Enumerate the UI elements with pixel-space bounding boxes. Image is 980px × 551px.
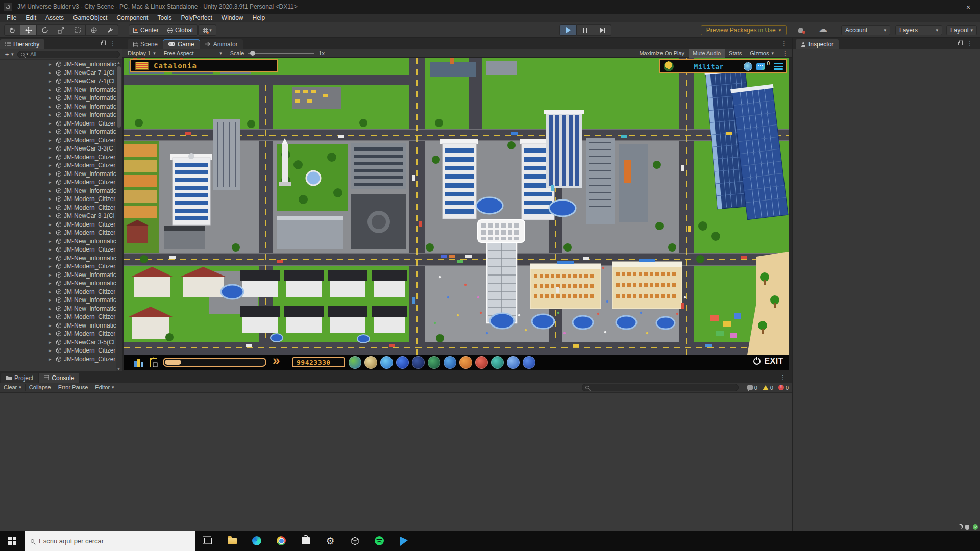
account-dropdown[interactable]: Account▾ <box>841 25 890 35</box>
console-error-pause-toggle[interactable]: Error Pause <box>55 383 92 392</box>
hierarchy-item[interactable]: ▸ JM-Modern_Citizer <box>0 313 116 321</box>
hierarchy-item[interactable]: ▸ JM-Modern_Citizer <box>0 136 116 145</box>
tab-game[interactable]: Game <box>163 39 200 49</box>
inspector-lock-icon[interactable] <box>958 42 963 45</box>
hierarchy-item[interactable]: ▸ JM-Modern_Citizer <box>0 355 116 364</box>
expand-chevron-icon[interactable]: ▸ <box>49 95 56 101</box>
layers-dropdown[interactable]: Layers▾ <box>895 25 942 35</box>
close-button[interactable]: × <box>957 0 980 14</box>
expand-chevron-icon[interactable]: ▸ <box>49 264 56 269</box>
mute-audio-toggle[interactable]: Mute Audio <box>689 49 725 58</box>
expand-chevron-icon[interactable]: ▸ <box>49 222 56 227</box>
hierarchy-item[interactable]: ▸ JM-NewCar 3-3(C <box>0 144 116 153</box>
file-explorer-button[interactable] <box>220 531 244 551</box>
console-error-filter[interactable]: 0 <box>778 385 789 391</box>
hierarchy-item[interactable]: ▸ JM-Modern_Citizer <box>0 204 116 212</box>
expand-chevron-icon[interactable]: ▸ <box>49 272 56 278</box>
tab-console[interactable]: Console <box>39 373 79 383</box>
expand-chevron-icon[interactable]: ▸ <box>49 112 56 117</box>
hierarchy-item[interactable]: ▸ JM-NewCar 3-1(Cl <box>0 212 116 220</box>
expand-chevron-icon[interactable]: ▸ <box>49 323 56 328</box>
expand-chevron-icon[interactable]: ▸ <box>49 188 56 193</box>
lock-icon[interactable] <box>101 42 106 45</box>
focus-assist-icon[interactable] <box>958 525 962 529</box>
aspect-dropdown[interactable]: Free Aspect▾ <box>160 49 226 58</box>
hierarchy-item[interactable]: ▸ JM-New_informatic <box>0 60 116 69</box>
hud-globe-icon[interactable] <box>491 356 504 369</box>
cloud-icon[interactable]: ☁ <box>813 23 833 36</box>
expand-chevron-icon[interactable]: ▸ <box>49 256 56 261</box>
tab-inspector[interactable]: Inspector <box>796 39 839 49</box>
messages-icon[interactable] <box>756 63 765 70</box>
play-button[interactable] <box>559 24 577 36</box>
console-clear-button[interactable]: Clear▾ <box>0 383 25 392</box>
hierarchy-item[interactable]: ▸ JM-New_informatic <box>0 170 116 179</box>
expand-chevron-icon[interactable]: ▸ <box>49 340 56 345</box>
expand-chevron-icon[interactable]: ▸ <box>49 121 56 126</box>
hierarchy-item[interactable]: ▸ JM-Modern_Citizer <box>0 288 116 296</box>
hierarchy-search-input[interactable]: ▾ All <box>17 51 120 58</box>
menu-item[interactable]: Edit <box>21 14 41 22</box>
expand-chevron-icon[interactable]: ▸ <box>49 79 56 84</box>
hud-globe-icon[interactable] <box>475 356 488 369</box>
hierarchy-item[interactable]: ▸ JM-Modern_Citizer <box>0 229 116 237</box>
rotate-tool-button[interactable] <box>37 24 53 36</box>
console-search-input[interactable] <box>582 384 739 391</box>
task-view-button[interactable] <box>195 531 220 551</box>
expand-chevron-icon[interactable]: ▸ <box>49 357 56 362</box>
hud-globe-icon[interactable] <box>428 356 440 369</box>
crane-icon[interactable] <box>148 357 159 368</box>
hud-globe-icon[interactable] <box>444 356 456 369</box>
expand-chevron-icon[interactable]: ▸ <box>49 331 56 336</box>
expand-chevron-icon[interactable]: ▸ <box>49 129 56 134</box>
stats-toggle[interactable]: Stats <box>725 49 746 58</box>
menu-item[interactable]: Assets <box>41 14 68 22</box>
scale-slider-knob[interactable] <box>250 51 255 56</box>
hud-globe-icon[interactable] <box>380 356 393 369</box>
hierarchy-item[interactable]: ▸ JM-NewCar 3-5(Cl <box>0 338 116 347</box>
tab-scene[interactable]: Scene <box>128 39 163 49</box>
expand-chevron-icon[interactable]: ▸ <box>49 70 56 76</box>
hierarchy-menu-icon[interactable]: ⋮ <box>110 40 116 47</box>
hierarchy-item[interactable]: ▸ JM-New_informatic <box>0 237 116 246</box>
faction-banner[interactable]: Militar 0 <box>659 59 787 73</box>
hierarchy-item[interactable]: ▸ JM-New_informatic <box>0 111 116 119</box>
expand-chevron-icon[interactable]: ▸ <box>49 213 56 218</box>
expand-chevron-icon[interactable]: ▸ <box>49 230 56 235</box>
hierarchy-item[interactable]: ▸ JM-NewCar 7-1(Cl <box>0 69 116 78</box>
expand-chevron-icon[interactable]: ▸ <box>49 297 56 303</box>
create-object-button[interactable]: ＋▾ <box>2 49 15 59</box>
pause-button[interactable] <box>577 24 594 36</box>
expand-chevron-icon[interactable]: ▸ <box>49 180 56 185</box>
hierarchy-item[interactable]: ▸ JM-Modern_Citizer <box>0 178 116 187</box>
hierarchy-item[interactable]: ▸ JM-New_informatic <box>0 94 116 103</box>
gizmos-dropdown[interactable]: Gizmos▾ <box>746 49 778 58</box>
console-editor-dropdown[interactable]: Editor▾ <box>91 383 117 392</box>
game-toolbar-menu-icon[interactable]: ⋮ <box>782 49 788 57</box>
vscode-button[interactable] <box>391 531 416 551</box>
rect-tool-button[interactable] <box>69 24 86 36</box>
expand-chevron-icon[interactable]: ▸ <box>49 205 56 210</box>
hierarchy-item[interactable]: ▸ JM-New_informatic <box>0 103 116 111</box>
hierarchy-item[interactable]: ▸ JM-New_informatic <box>0 296 116 305</box>
hud-globe-icon[interactable] <box>459 356 472 369</box>
tab-project[interactable]: Project <box>1 373 38 383</box>
hierarchy-item[interactable]: ▸ JM-Modern_Citizer <box>0 220 116 229</box>
menu-item[interactable]: Window <box>217 14 248 22</box>
hud-globe-icon[interactable] <box>396 356 409 369</box>
hand-tool-button[interactable] <box>4 24 20 36</box>
menu-item[interactable]: File <box>2 14 21 22</box>
expand-chevron-icon[interactable]: ▸ <box>49 155 56 160</box>
console-warning-filter[interactable]: 0 <box>763 385 773 391</box>
expand-chevron-icon[interactable]: ▸ <box>49 62 56 67</box>
expand-chevron-icon[interactable]: ▸ <box>49 306 56 311</box>
transform-tool-button[interactable] <box>86 24 102 36</box>
expand-chevron-icon[interactable]: ▸ <box>49 239 56 244</box>
settings-button[interactable]: ⚙ <box>318 531 342 551</box>
hud-globe-icon[interactable] <box>507 356 520 369</box>
unity-taskbar-button[interactable] <box>342 531 367 551</box>
menu-item[interactable]: Help <box>248 14 270 22</box>
expand-chevron-icon[interactable]: ▸ <box>49 104 56 109</box>
expand-chevron-icon[interactable]: ▸ <box>49 163 56 168</box>
minimize-button[interactable] <box>910 0 933 14</box>
